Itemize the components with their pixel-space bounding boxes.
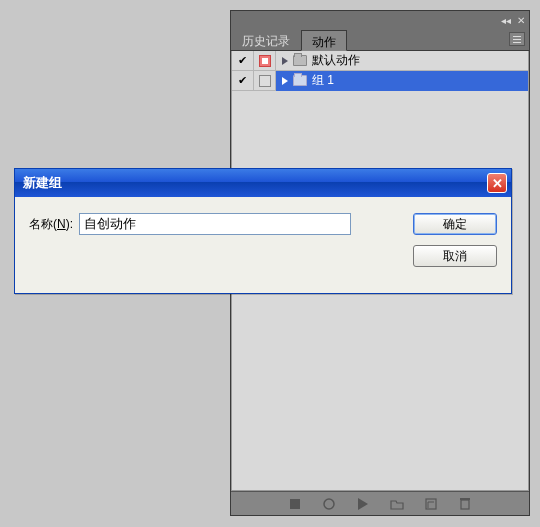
svg-marker-2: [358, 498, 368, 510]
panel-menu-icon[interactable]: [509, 32, 525, 46]
panel-header: ◂◂ ✕: [231, 11, 529, 29]
folder-icon: [293, 75, 307, 86]
row-content: 组 1: [276, 71, 528, 91]
dialog-toggle[interactable]: [254, 71, 276, 91]
tab-history[interactable]: 历史记录: [231, 29, 301, 50]
new-set-dialog: 新建组 ✕ 名称(N): 确定 取消: [14, 168, 512, 294]
toggle-checkbox[interactable]: ✔: [232, 71, 254, 91]
disclosure-triangle-icon[interactable]: [282, 77, 288, 85]
name-row: 名称(N):: [29, 213, 351, 235]
dialog-title: 新建组: [23, 174, 62, 192]
svg-rect-4: [461, 500, 469, 509]
toggle-checkbox[interactable]: ✔: [232, 51, 254, 71]
close-icon: ✕: [492, 176, 503, 191]
dialog-buttons: 确定 取消: [413, 213, 497, 267]
new-set-button[interactable]: [389, 496, 405, 512]
trash-button[interactable]: [457, 496, 473, 512]
svg-point-1: [324, 499, 334, 509]
disclosure-triangle-icon[interactable]: [282, 57, 288, 65]
svg-rect-5: [460, 498, 470, 500]
modal-icon: [259, 75, 271, 87]
row-content: 默认动作: [276, 51, 528, 71]
dialog-body: 名称(N): 确定 取消: [15, 197, 511, 293]
check-icon: ✔: [238, 74, 247, 87]
check-icon: ✔: [238, 54, 247, 67]
close-button[interactable]: ✕: [487, 173, 507, 193]
folder-icon: [293, 55, 307, 66]
panel-footer: [231, 491, 529, 515]
cancel-button[interactable]: 取消: [413, 245, 497, 267]
row-label: 默认动作: [312, 52, 360, 69]
action-row[interactable]: ✔ 组 1: [232, 71, 528, 91]
action-row[interactable]: ✔ 默认动作: [232, 51, 528, 71]
ok-button[interactable]: 确定: [413, 213, 497, 235]
dialog-titlebar[interactable]: 新建组 ✕: [15, 169, 511, 197]
play-button[interactable]: [355, 496, 371, 512]
stop-button[interactable]: [287, 496, 303, 512]
name-input[interactable]: [79, 213, 351, 235]
modal-icon: [259, 55, 271, 67]
panel-close-icon[interactable]: ✕: [517, 15, 525, 26]
row-label: 组 1: [312, 72, 334, 89]
name-label: 名称(N):: [29, 216, 73, 233]
collapse-icon[interactable]: ◂◂: [501, 15, 511, 26]
tab-bar: 历史记录 动作: [231, 29, 529, 51]
tab-actions[interactable]: 动作: [301, 30, 347, 51]
new-action-button[interactable]: [423, 496, 439, 512]
dialog-toggle[interactable]: [254, 51, 276, 71]
record-button[interactable]: [321, 496, 337, 512]
svg-rect-0: [290, 499, 300, 509]
